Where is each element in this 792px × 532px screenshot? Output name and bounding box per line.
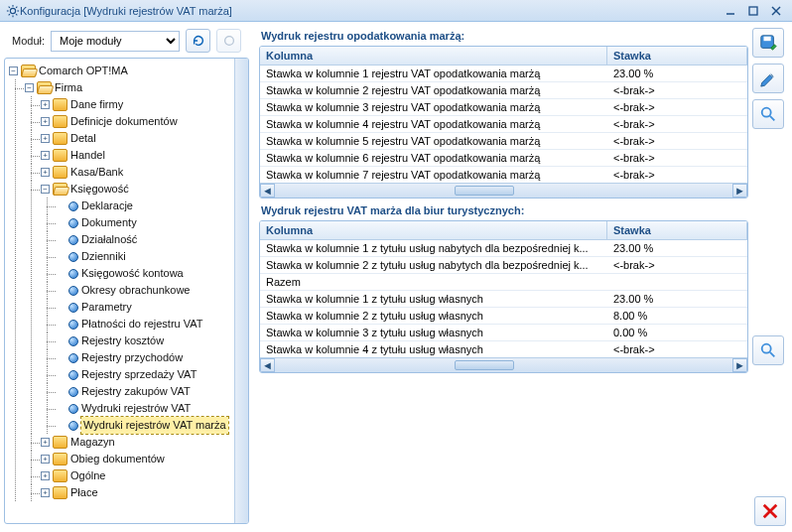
tree-firma[interactable]: Firma — [55, 79, 82, 96]
tree-rej-sprzed[interactable]: Rejestry sprzedaży VAT — [81, 366, 197, 383]
scroll-left-icon[interactable]: ◄ — [260, 358, 275, 372]
tree-magazyn[interactable]: Magazyn — [70, 434, 115, 451]
minimize-button[interactable] — [721, 3, 740, 19]
svg-line-17 — [770, 116, 775, 121]
table-row[interactable]: Stawka w kolumnie 6 rejestru VAT opodatk… — [260, 149, 747, 166]
tree-place[interactable]: Płace — [70, 484, 98, 501]
grid2-header-col-a[interactable]: Kolumna — [260, 221, 607, 240]
maximize-button[interactable] — [743, 3, 763, 19]
tree-wydruki-vat-marza[interactable]: Wydruki rejestrów VAT marża — [81, 417, 228, 434]
table-row[interactable]: Stawka w kolumnie 1 z tytułu usług własn… — [260, 290, 747, 307]
tree-obieg[interactable]: Obieg dokumentów — [70, 451, 165, 467]
tree-okresy[interactable]: Okresy obrachunkowe — [81, 282, 190, 299]
item-icon — [68, 201, 78, 211]
grid-tourism: Kolumna Stawka Stawka w kolumnie 1 z tyt… — [259, 220, 748, 373]
tree-scrollbar[interactable] — [234, 59, 248, 523]
module-extra-button[interactable] — [216, 29, 241, 53]
scroll-left-icon[interactable]: ◄ — [260, 184, 275, 198]
cell-kolumna: Stawka w kolumnie 3 rejestru VAT opodatk… — [260, 99, 607, 115]
scroll-thumb[interactable] — [455, 186, 514, 196]
item-icon — [68, 218, 78, 228]
tree-platnosci[interactable]: Płatności do rejestru VAT — [81, 316, 202, 332]
grid1-hscroll[interactable]: ◄ ► — [260, 183, 747, 198]
table-row[interactable]: Razem — [260, 273, 747, 290]
search-bottom-button[interactable] — [752, 335, 784, 365]
item-icon — [68, 269, 78, 279]
edit-button[interactable] — [752, 64, 784, 93]
grid2-header-col-b[interactable]: Stawka — [607, 221, 747, 240]
cell-kolumna: Stawka w kolumnie 5 rejestru VAT opodatk… — [260, 133, 607, 149]
folder-icon — [53, 469, 67, 482]
tree-dzialalnosc[interactable]: Działalność — [81, 231, 137, 248]
tree-detal[interactable]: Detal — [70, 130, 96, 147]
window-title: Konfiguracja [Wydruki rejestrów VAT marż… — [20, 5, 718, 17]
item-icon — [68, 353, 78, 363]
table-row[interactable]: Stawka w kolumnie 4 rejestru VAT opodatk… — [260, 115, 747, 132]
tree-dane-firmy[interactable]: Dane firmy — [70, 96, 123, 113]
item-icon — [68, 336, 78, 346]
grid-margin: Kolumna Stawka Stawka w kolumnie 1 rejes… — [259, 46, 748, 199]
svg-line-8 — [16, 6, 17, 7]
cell-kolumna: Stawka w kolumnie 1 rejestru VAT opodatk… — [260, 66, 607, 81]
tree-parametry[interactable]: Parametry — [81, 299, 132, 316]
cell-kolumna: Stawka w kolumnie 2 rejestru VAT opodatk… — [260, 82, 607, 98]
svg-line-6 — [16, 14, 17, 15]
table-row[interactable]: Stawka w kolumnie 2 z tytułu usług nabyt… — [260, 256, 747, 273]
grid2-hscroll[interactable]: ◄ ► — [260, 357, 747, 372]
module-select[interactable]: Moje moduły — [51, 31, 180, 52]
tree-dzienniki[interactable]: Dzienniki — [81, 248, 126, 265]
tree-wydruki-vat[interactable]: Wydruki rejestrów VAT — [81, 400, 191, 417]
folder-icon — [53, 166, 67, 179]
table-row[interactable]: Stawka w kolumnie 1 z tytułu usług nabyt… — [260, 240, 747, 256]
table-row[interactable]: Stawka w kolumnie 5 rejestru VAT opodatk… — [260, 132, 747, 149]
config-tree[interactable]: −Comarch OPT!MA −Firma +Dane firmy +Defi… — [5, 59, 248, 523]
scroll-right-icon[interactable]: ► — [732, 358, 747, 372]
grid1-header-col-b[interactable]: Stawka — [607, 47, 747, 66]
tree-rej-przych[interactable]: Rejestry przychodów — [81, 349, 183, 366]
table-row[interactable]: Stawka w kolumnie 3 rejestru VAT opodatk… — [260, 98, 747, 115]
table-row[interactable]: Stawka w kolumnie 7 rejestru VAT opodatk… — [260, 166, 747, 183]
tree-definicje[interactable]: Definicje dokumentów — [70, 113, 178, 130]
tree-rej-kosztow[interactable]: Rejestry kosztów — [81, 332, 164, 349]
item-icon — [68, 387, 78, 397]
refresh-button[interactable] — [186, 29, 210, 53]
tree-deklaracje[interactable]: Deklaracje — [81, 198, 133, 214]
tree-handel[interactable]: Handel — [70, 147, 105, 164]
item-icon — [68, 404, 78, 414]
tree-ogolne[interactable]: Ogólne — [70, 467, 105, 484]
scroll-thumb[interactable] — [455, 360, 514, 370]
cancel-button[interactable] — [754, 496, 786, 526]
folder-icon — [53, 132, 67, 145]
cell-stawka: 23.00 % — [607, 240, 747, 256]
close-button[interactable] — [766, 3, 786, 19]
tree-ksieg-kontowa[interactable]: Księgowość kontowa — [81, 265, 184, 282]
cell-kolumna: Stawka w kolumnie 2 z tytułu usług własn… — [260, 308, 607, 324]
save-button[interactable] — [752, 28, 784, 58]
cell-stawka: <-brak-> — [607, 133, 747, 149]
item-icon — [68, 252, 78, 262]
table-row[interactable]: Stawka w kolumnie 2 rejestru VAT opodatk… — [260, 81, 747, 98]
cell-kolumna: Stawka w kolumnie 3 z tytułu usług własn… — [260, 325, 607, 340]
svg-point-16 — [762, 108, 771, 117]
svg-point-13 — [224, 37, 233, 46]
grid1-header-col-a[interactable]: Kolumna — [260, 47, 607, 66]
tree-dokumenty[interactable]: Dokumenty — [81, 214, 137, 231]
table-row[interactable]: Stawka w kolumnie 1 rejestru VAT opodatk… — [260, 66, 747, 81]
table-row[interactable]: Stawka w kolumnie 2 z tytułu usług własn… — [260, 307, 747, 324]
table-row[interactable]: Stawka w kolumnie 3 z tytułu usług własn… — [260, 324, 747, 340]
cell-kolumna: Stawka w kolumnie 2 z tytułu usług nabyt… — [260, 257, 607, 273]
tree-ksiegowosc[interactable]: Księgowość — [70, 181, 129, 198]
svg-line-19 — [770, 352, 775, 357]
tree-kasa-bank[interactable]: Kasa/Bank — [70, 164, 123, 181]
scroll-right-icon[interactable]: ► — [732, 184, 747, 198]
search-top-button[interactable] — [752, 99, 784, 129]
tree-root[interactable]: Comarch OPT!MA — [39, 63, 128, 79]
table-row[interactable]: Stawka w kolumnie 4 z tytułu usług własn… — [260, 340, 747, 357]
module-label: Moduł: — [12, 35, 45, 47]
cell-stawka — [607, 274, 747, 290]
folder-icon — [53, 115, 67, 128]
svg-line-5 — [9, 6, 10, 7]
tree-rej-zak[interactable]: Rejestry zakupów VAT — [81, 383, 191, 400]
gear-icon — [6, 4, 20, 18]
cell-kolumna: Razem — [260, 274, 607, 290]
